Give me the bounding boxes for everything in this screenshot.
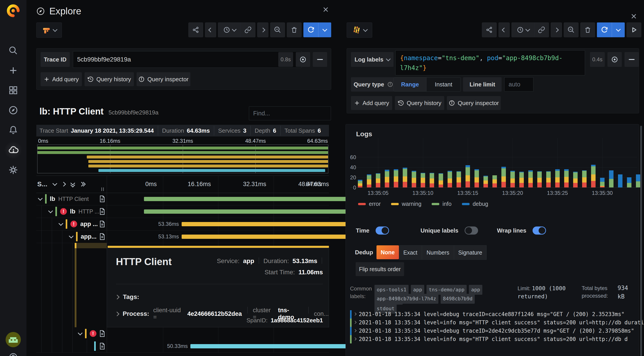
legend-item[interactable]: info <box>432 201 452 207</box>
time-forward-icon[interactable] <box>257 23 268 37</box>
chevron-right-icon[interactable] <box>61 182 66 186</box>
zoom-out-icon[interactable] <box>270 23 285 37</box>
span-logs-icon[interactable] <box>100 221 105 227</box>
time-back-icon[interactable] <box>498 23 510 37</box>
clear-trash-icon[interactable] <box>580 23 595 37</box>
query-history-button[interactable]: Query history <box>84 72 134 86</box>
trace-find-input[interactable] <box>249 106 331 120</box>
log-row[interactable]: 2021-01-18 13:35:34 level=debug traceID=… <box>350 327 644 335</box>
log-labels-selector[interactable]: Log labels <box>351 52 394 67</box>
query-inspector-button[interactable]: Query inspector <box>447 96 501 110</box>
axis-tick-label: 32.31ms <box>243 181 266 188</box>
unique-labels-toggle[interactable] <box>464 226 478 235</box>
span-logs-icon[interactable] <box>100 343 105 349</box>
range-option[interactable]: Range <box>394 78 426 91</box>
tags-accordion[interactable]: Tags: <box>116 293 139 300</box>
help-icon[interactable] <box>0 349 26 356</box>
time-forward-icon[interactable] <box>551 23 562 37</box>
selected-span-bar[interactable] <box>108 246 329 248</box>
span-duration-bar[interactable] <box>190 344 362 348</box>
refresh-icon[interactable] <box>597 23 612 37</box>
chevron-down-icon[interactable] <box>52 181 57 186</box>
run-play-icon[interactable] <box>626 23 641 37</box>
refresh-icon[interactable] <box>304 23 318 37</box>
selected-row-cell[interactable] <box>76 243 107 248</box>
add-query-button[interactable]: Add query <box>351 96 392 110</box>
remove-query-minus-icon[interactable] <box>624 52 639 67</box>
collapse-all-icon[interactable] <box>71 181 74 187</box>
remove-query-minus-icon[interactable] <box>313 52 327 67</box>
span-row[interactable]: 50.33ms <box>36 340 329 353</box>
span-logs-icon[interactable] <box>100 330 105 337</box>
legend-item[interactable]: warning <box>391 201 422 207</box>
span-row[interactable]: ! <box>36 327 329 340</box>
span-duration-bar[interactable] <box>144 209 365 214</box>
span-row[interactable]: ! lb HTTP ... <box>36 205 329 218</box>
wrap-lines-toggle[interactable] <box>532 226 546 235</box>
dedup-exact-button[interactable]: Exact <box>399 245 422 260</box>
link-icon[interactable] <box>241 23 256 37</box>
span-logs-icon[interactable] <box>100 233 105 240</box>
time-picker-clock-icon[interactable] <box>218 23 241 37</box>
chevron-down-icon[interactable] <box>38 196 42 200</box>
span-row[interactable]: ! app ... 53.36ms <box>36 218 329 230</box>
log-volume-bar <box>438 173 443 187</box>
time-picker-clock-icon[interactable] <box>512 23 534 37</box>
disable-query-eye-icon[interactable] <box>296 52 310 67</box>
chevron-down-icon[interactable] <box>58 221 63 226</box>
expand-all-icon[interactable] <box>80 182 85 186</box>
share-icon[interactable] <box>482 23 497 37</box>
time-toggle[interactable] <box>376 226 389 235</box>
span-duration-bar[interactable] <box>144 197 365 201</box>
left-pane-close-icon[interactable] <box>322 6 329 13</box>
add-query-button[interactable]: Add query <box>40 72 82 86</box>
chevron-down-icon[interactable] <box>48 208 53 213</box>
user-avatar[interactable] <box>0 332 26 347</box>
link-icon[interactable] <box>534 23 549 37</box>
span-duration-bar[interactable] <box>182 222 365 226</box>
log-row[interactable]: 2021-01-18 13:35:34 level=debug traceID=… <box>350 310 644 318</box>
share-icon[interactable] <box>188 23 203 37</box>
left-datasource-picker[interactable] <box>36 23 62 38</box>
alerting-bell-icon[interactable] <box>0 122 26 138</box>
span-logs-icon[interactable] <box>100 195 105 202</box>
chevron-down-icon[interactable] <box>78 330 82 335</box>
dedup-none-button[interactable]: None <box>376 245 399 259</box>
legend-item[interactable]: error <box>358 201 381 207</box>
refresh-interval-dropdown[interactable] <box>318 23 331 37</box>
grafana-logo[interactable] <box>0 2 26 20</box>
legend-item[interactable]: debug <box>462 201 488 207</box>
span-logs-icon[interactable] <box>100 208 105 215</box>
line-limit-input[interactable] <box>504 77 534 92</box>
right-pane-close-icon[interactable] <box>630 13 637 19</box>
logql-query-field[interactable]: {namespace="tns-demo", pod="app-8498cb7b… <box>395 50 585 75</box>
query-inspector-button[interactable]: Query inspector <box>136 72 190 86</box>
span-row[interactable]: app... 53.13ms <box>36 230 329 243</box>
clear-trash-icon[interactable] <box>287 23 302 37</box>
settings-gear-icon[interactable] <box>0 162 26 178</box>
flip-results-order-button[interactable]: Flip results order <box>356 262 404 276</box>
create-plus-icon[interactable] <box>0 63 26 78</box>
query-history-button[interactable]: Query history <box>395 96 444 110</box>
span-row[interactable]: lb HTTP Client <box>36 193 329 205</box>
scrollbar[interactable] <box>640 126 642 356</box>
right-datasource-picker[interactable] <box>347 23 372 38</box>
trace-id-input[interactable] <box>73 51 302 68</box>
dashboards-icon[interactable] <box>0 82 26 98</box>
refresh-interval-dropdown[interactable] <box>612 23 625 37</box>
column-resize-handle[interactable] <box>101 187 104 191</box>
span-duration-bar[interactable] <box>182 235 365 239</box>
zoom-out-icon[interactable] <box>564 23 578 37</box>
time-back-icon[interactable] <box>205 23 216 37</box>
disable-query-eye-icon[interactable] <box>608 52 622 67</box>
chevron-down-icon[interactable] <box>69 233 74 238</box>
trace-minimap[interactable] <box>37 145 328 173</box>
cloud-alert-icon[interactable] <box>0 142 26 158</box>
dedup-signature-button[interactable]: Signature <box>454 245 486 260</box>
search-icon[interactable] <box>0 43 26 58</box>
instant-option[interactable]: Instant <box>426 78 460 91</box>
explore-compass-icon[interactable] <box>0 102 26 118</box>
dedup-numbers-button[interactable]: Numbers <box>422 245 454 260</box>
log-row[interactable]: 2021-01-18 13:35:34 level=info msg="HTTP… <box>350 318 644 327</box>
log-row[interactable]: 2021-01-18 13:35:34 level=info msg="HTTP… <box>350 335 644 343</box>
